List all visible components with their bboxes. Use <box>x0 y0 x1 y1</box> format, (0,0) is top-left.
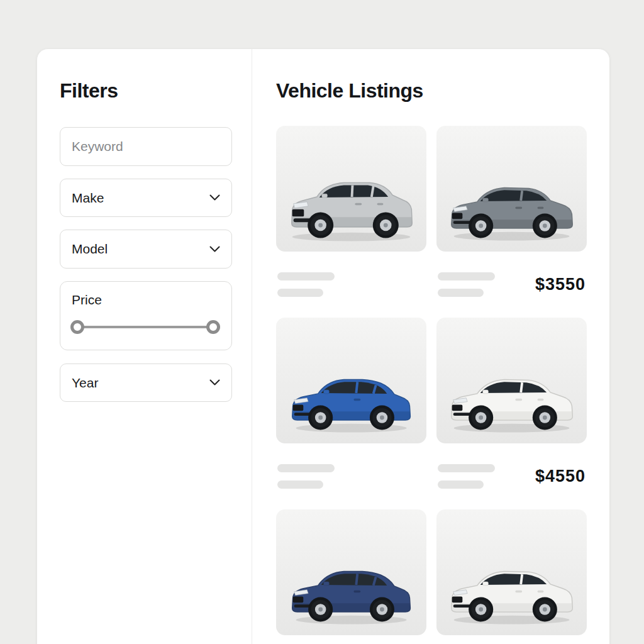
skeleton-bar <box>277 272 335 280</box>
skeleton-bar <box>438 480 484 489</box>
card-meta <box>276 464 426 489</box>
skeleton-text <box>277 464 335 489</box>
vehicle-card[interactable] <box>276 509 426 644</box>
make-select[interactable]: Make <box>60 179 232 217</box>
model-select[interactable]: Model <box>60 230 232 269</box>
vehicle-card[interactable]: $4550 <box>436 318 587 489</box>
vehicle-image-gray-sedan <box>436 126 587 252</box>
vehicle-card[interactable]: $3550 <box>436 126 587 297</box>
price-range-slider[interactable] <box>72 320 219 334</box>
car-illustration <box>444 555 579 629</box>
vehicle-image-blue-hatchback <box>276 318 426 443</box>
listings-section: Vehicle Listings <box>252 49 609 644</box>
skeleton-bar <box>438 464 495 472</box>
vehicle-card[interactable] <box>436 509 587 644</box>
car-illustration <box>284 555 419 629</box>
slider-track[interactable] <box>78 326 213 328</box>
keyword-field-wrapper <box>60 127 232 166</box>
price-text: $4550 <box>535 467 586 486</box>
main-panel: Filters Make Model Price Year <box>36 48 610 644</box>
listings-grid: $3550 <box>276 126 587 644</box>
listings-title: Vehicle Listings <box>276 79 587 102</box>
skeleton-text <box>277 272 335 297</box>
car-illustration <box>444 364 579 437</box>
year-select[interactable]: Year <box>60 364 232 402</box>
vehicle-image-white-sedan <box>436 509 587 635</box>
vehicle-image-white-sedan <box>436 318 587 443</box>
skeleton-bar <box>438 289 484 297</box>
chevron-down-icon <box>209 379 220 386</box>
slider-handle-max[interactable] <box>206 320 220 334</box>
car-illustration <box>284 364 419 437</box>
card-meta <box>276 272 426 297</box>
keyword-input[interactable] <box>72 128 220 165</box>
slider-handle-min[interactable] <box>70 320 84 334</box>
car-illustration <box>284 172 419 245</box>
card-meta: $3550 <box>436 272 587 297</box>
price-text: $3550 <box>535 275 586 294</box>
car-illustration <box>444 172 579 245</box>
model-select-label: Model <box>72 242 209 257</box>
chevron-down-icon <box>209 246 220 253</box>
chevron-down-icon <box>209 194 220 201</box>
vehicle-image-dark-blue-hatchback <box>276 509 426 635</box>
vehicle-card[interactable] <box>276 126 426 297</box>
year-select-label: Year <box>72 375 209 391</box>
filters-sidebar: Filters Make Model Price Year <box>37 49 252 644</box>
vehicle-card[interactable] <box>276 318 426 489</box>
skeleton-text <box>438 272 495 297</box>
filters-title: Filters <box>60 79 231 102</box>
skeleton-bar <box>438 272 495 280</box>
skeleton-text <box>438 464 495 489</box>
skeleton-bar <box>277 464 335 472</box>
price-filter: Price <box>60 281 232 350</box>
card-meta: $4550 <box>436 464 587 489</box>
skeleton-bar <box>277 289 323 297</box>
price-filter-label: Price <box>72 292 219 308</box>
skeleton-bar <box>277 480 323 489</box>
make-select-label: Make <box>72 191 209 206</box>
vehicle-image-silver-suv <box>276 126 426 252</box>
